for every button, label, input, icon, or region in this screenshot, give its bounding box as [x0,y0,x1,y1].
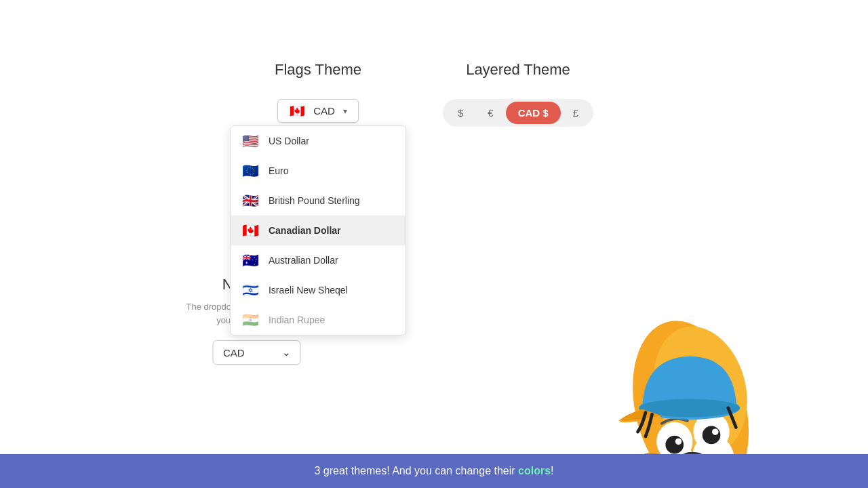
dropdown-item-aud[interactable]: 🇦🇺 Australian Dollar [231,245,406,275]
eur-flag-icon: 🇪🇺 [241,163,260,179]
no-theme-selected-label: CAD [223,347,245,359]
svg-point-7 [665,436,684,454]
dropdown-item-inr[interactable]: 🇮🇳 Indian Rupee [231,305,406,335]
eur-label: Euro [269,165,289,176]
dropdown-item-gbp[interactable]: 🇬🇧 British Pound Sterling [231,186,406,216]
gbp-flag-icon: 🇬🇧 [241,192,260,209]
ils-label: Israeli New Sheqel [269,285,348,296]
inr-flag-icon: 🇮🇳 [241,312,260,328]
flags-theme-title: Flags Theme [275,61,361,79]
no-theme-dropdown[interactable]: CAD ⌄ [213,340,301,365]
aud-flag-icon: 🇦🇺 [241,252,260,268]
currency-dropdown-menu: 🇺🇸 US Dollar 🇪🇺 Euro 🇬🇧 British Pound St… [230,125,406,336]
ils-flag-icon: 🇮🇱 [241,282,260,298]
character-illustration [542,190,800,461]
selected-currency-label: CAD [313,105,335,117]
svg-point-9 [675,439,682,445]
layered-theme-title: Layered Theme [466,61,570,79]
footer-highlight: colors [518,465,551,476]
dropdown-item-usd[interactable]: 🇺🇸 US Dollar [231,126,406,156]
aud-label: Australian Dollar [269,255,338,266]
usd-flag-icon: 🇺🇸 [241,133,260,149]
cad-label: Canadian Dollar [269,225,341,236]
dropdown-item-cad[interactable]: 🇨🇦 Canadian Dollar [231,216,406,245]
footer-text-before: 3 great themes! And you can change their [314,465,518,476]
layered-theme-section: Layered Theme $ € CAD $ £ [443,61,593,127]
dropdown-item-eur[interactable]: 🇪🇺 Euro [231,156,406,186]
inr-label: Indian Rupee [269,314,325,325]
footer-text-after: ! [551,465,553,476]
svg-point-8 [703,426,721,445]
layer-btn-cad[interactable]: CAD $ [506,102,561,124]
layered-switcher: $ € CAD $ £ [443,99,593,127]
flags-theme-section: Flags Theme 🇨🇦 CAD ▾ 🇺🇸 US Dollar 🇪🇺 Eur… [275,61,361,123]
mascot-svg [542,190,800,461]
flags-dropdown-button[interactable]: 🇨🇦 CAD ▾ [277,99,359,123]
layer-btn-usd[interactable]: $ [446,102,475,124]
layer-btn-gbp[interactable]: £ [561,102,591,124]
cad-flag-icon: 🇨🇦 [241,222,260,239]
usd-label: US Dollar [269,136,309,146]
dropdown-chevron-icon: ▾ [343,106,347,116]
no-theme-chevron-icon: ⌄ [282,346,291,359]
gbp-label: British Pound Sterling [269,195,360,206]
layer-btn-eur[interactable]: € [475,102,505,124]
selected-flag-icon: 🇨🇦 [289,106,305,117]
footer-bar: 3 great themes! And you can change their… [0,454,868,488]
svg-point-10 [712,428,719,435]
dropdown-item-ils[interactable]: 🇮🇱 Israeli New Sheqel [231,275,406,305]
